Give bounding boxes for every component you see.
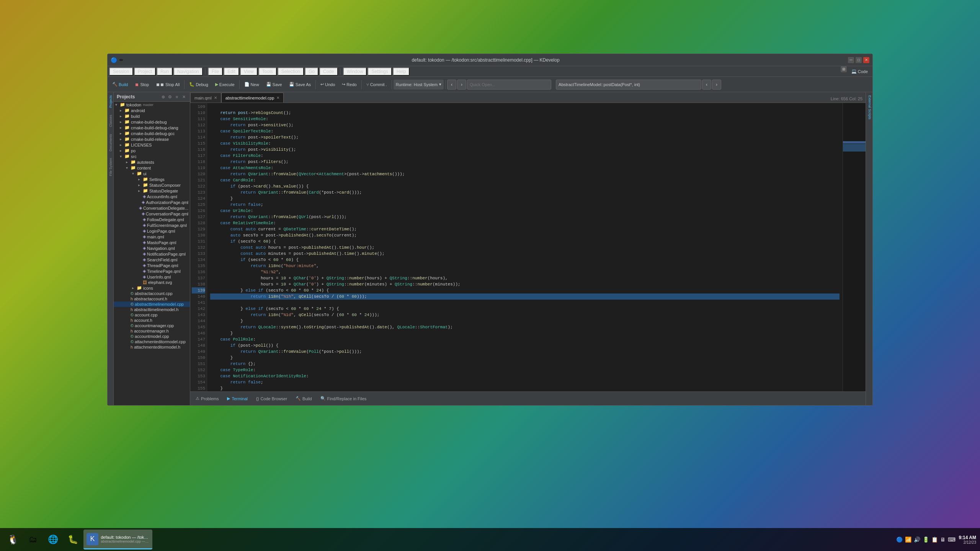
tray-volume-icon[interactable]: 🔊	[914, 536, 920, 543]
panel-settings-btn[interactable]: ⚙	[167, 94, 173, 100]
menu-edit[interactable]: Edit	[224, 67, 239, 76]
undo-button[interactable]: ↩ Undo	[317, 79, 338, 90]
tree-item-attachmenteditor-cpp[interactable]: © attachmenteditormodel.cpp	[114, 339, 190, 344]
tree-item-settings[interactable]: ▸ 📁 Settings	[114, 176, 190, 182]
tree-item-accountmanager-h[interactable]: h accountmanager.h	[114, 328, 190, 334]
build-button[interactable]: 🔨 Build	[109, 79, 131, 90]
menu-go[interactable]: Go	[305, 67, 318, 76]
breadcrumb-input[interactable]	[556, 80, 701, 90]
tree-item-account-h[interactable]: h account.h	[114, 318, 190, 323]
panel-filter-btn[interactable]: ⊕	[160, 94, 166, 100]
menu-settings[interactable]: Settings	[368, 67, 392, 76]
back-button[interactable]: ‹	[447, 80, 456, 90]
minimap-viewport[interactable]	[843, 141, 866, 143]
tab-close-abstracttimeline[interactable]: ✕	[276, 96, 279, 100]
tree-item-accountmanager-cpp[interactable]: © accountmanager.cpp	[114, 323, 190, 328]
tab-documents[interactable]: Documents	[108, 131, 113, 155]
breadcrumb-back[interactable]: ‹	[702, 80, 711, 90]
taskbar-files-icon[interactable]: 🗂	[24, 530, 42, 549]
save-button[interactable]: 💾 Save	[263, 79, 285, 90]
tree-item-accountinfo[interactable]: ◈ AccountInfo.qml	[114, 194, 190, 199]
tree-item-notificationpage[interactable]: ◈ NotificationPage.qml	[114, 251, 190, 257]
menu-tools[interactable]: Tools	[258, 67, 277, 76]
tree-item-abstracttimeline-h[interactable]: h abstracttimelinemodel.h	[114, 307, 190, 312]
bottom-tab-terminal[interactable]: ▶ Terminal	[223, 395, 252, 403]
grid-view-button[interactable]: ⊞	[841, 66, 847, 72]
tree-item-icons[interactable]: ▸ 📁 icons	[114, 285, 190, 291]
menu-run[interactable]: Run	[157, 67, 173, 76]
tree-item-abstractaccount-h[interactable]: h abstractaccount.h	[114, 296, 190, 302]
tree-item-navigation[interactable]: ◈ Navigation.qml	[114, 245, 190, 251]
menu-code[interactable]: Code	[319, 67, 338, 76]
tree-item-cmake-debug-gcc[interactable]: ▸ 📁 cmake-build-debug-gcc	[114, 130, 190, 136]
tree-item-build[interactable]: ▸ 📁 build	[114, 113, 190, 119]
taskbar-browser-icon[interactable]: 🌐	[44, 530, 62, 549]
tree-item-licenses[interactable]: ▸ 📁 LICENSES	[114, 142, 190, 148]
tree-item-mainkml[interactable]: ◈ main.qml	[114, 234, 190, 240]
tree-item-cmake-debug-clang[interactable]: ▸ 📁 cmake-build-debug-clang	[114, 125, 190, 130]
taskbar-kdev-launcher-icon[interactable]: 🐛	[64, 530, 82, 549]
tree-item-elephant[interactable]: 🖼 elephant.svg	[114, 280, 190, 285]
close-button[interactable]: ✕	[863, 57, 869, 63]
quick-open-input[interactable]	[467, 80, 551, 90]
tree-item-statuscomposer[interactable]: ▸ 📁 StatusComposer	[114, 182, 190, 188]
tree-item-loginpage[interactable]: ◈ LoginPage.qml	[114, 228, 190, 234]
tree-item-content[interactable]: ▾ 📁 content	[114, 165, 190, 171]
new-button[interactable]: 📄 New	[241, 79, 262, 90]
stop-all-button[interactable]: ⏹⏹ Stop All	[153, 79, 183, 90]
tab-close-main[interactable]: ✕	[214, 96, 217, 100]
tree-item-userinfo[interactable]: ◈ UserInfo.qml	[114, 274, 190, 280]
maximize-button[interactable]: □	[856, 57, 862, 63]
menu-window[interactable]: Window	[343, 67, 367, 76]
menu-session[interactable]: Session	[109, 67, 133, 76]
tray-display-icon[interactable]: 🖥	[940, 536, 946, 543]
tray-keyboard-icon[interactable]: ⌨	[948, 536, 956, 543]
tree-item-ui[interactable]: ▾ 📁 ui	[114, 171, 190, 176]
tree-item-cmake-debug[interactable]: ▸ 📁 cmake-build-debug	[114, 119, 190, 125]
save-as-button[interactable]: 💾 Save As	[286, 79, 314, 90]
tray-network-icon[interactable]: 🔵	[896, 536, 903, 543]
menu-view[interactable]: View	[240, 67, 258, 76]
bottom-tab-problems[interactable]: ⚠ Problems	[192, 395, 222, 403]
runtime-selector[interactable]: Runtime: Host System ▾	[394, 80, 444, 90]
code-mode-button[interactable]: 💻 Code	[848, 66, 871, 77]
panel-close-btn[interactable]: ✕	[181, 94, 187, 100]
tray-battery-icon[interactable]: 🔋	[923, 536, 929, 543]
breadcrumb-forward[interactable]: ›	[712, 80, 721, 90]
tree-item-accountmodel-cpp[interactable]: © accountmodel.cpp	[114, 334, 190, 339]
tree-item-timelinepage[interactable]: ◈ TimelinePage.qml	[114, 268, 190, 274]
code-editor[interactable]: 109110111112113 114115116117118 11912012…	[190, 103, 866, 391]
right-tab-external[interactable]: External Scripts	[866, 92, 872, 122]
redo-button[interactable]: ↪ Redo	[339, 79, 359, 90]
tree-item-convdelegate[interactable]: ◈ ConversationDelegate...	[114, 205, 190, 211]
tree-item-autotests[interactable]: ▸ 📁 autotests	[114, 159, 190, 165]
menu-navigation[interactable]: Navigation	[173, 67, 203, 76]
forward-button[interactable]: ›	[457, 80, 466, 90]
menu-project[interactable]: Project	[134, 67, 156, 76]
tab-mainkml[interactable]: main.qml ✕	[190, 93, 221, 103]
bottom-tab-build[interactable]: 🔨 Build	[292, 395, 315, 403]
tree-item-abstracttimeline-cpp[interactable]: © abstracttimelinemodel.cpp	[114, 302, 190, 307]
tree-item-statusdelegate[interactable]: ▸ 📁 StatusDelegate	[114, 188, 190, 194]
tree-item-android[interactable]: ▸ 📁 android	[114, 108, 190, 113]
commit-button[interactable]: ⑂ Commit .	[363, 79, 390, 90]
tree-item-convpage[interactable]: ◈ ConversationPage.qml	[114, 211, 190, 217]
tab-abstracttimeline[interactable]: abstracttimelinemodel.cpp ✕	[221, 93, 284, 103]
taskbar-kdevelop-item[interactable]: K default: tokodon — /tokodon:src/... ab…	[83, 530, 152, 549]
bottom-tab-codebrowser[interactable]: {} Code Browser	[252, 395, 291, 403]
bottom-tab-findreplace[interactable]: 🔍 Find/Replace in Files	[317, 395, 371, 403]
debug-button[interactable]: 🐛 Debug	[186, 79, 211, 90]
tree-item-mastopage[interactable]: ◈ MastoPage.qml	[114, 240, 190, 245]
tab-filesystem[interactable]: File System	[108, 155, 113, 179]
stop-button[interactable]: ⏹ Stop	[132, 79, 152, 90]
tree-item-searchfield[interactable]: ◈ SearchField.qml	[114, 257, 190, 262]
tree-item-abstractaccount-cpp[interactable]: © abstractaccount.cpp	[114, 291, 190, 296]
tree-item-cmake-release[interactable]: ▸ 📁 cmake-build-release	[114, 136, 190, 142]
tab-projects[interactable]: Projects	[108, 92, 113, 111]
menu-selection[interactable]: Selection	[278, 67, 304, 76]
menu-file[interactable]: File	[208, 67, 223, 76]
tree-item-followdelegate[interactable]: ◈ FollowDelegate.qml	[114, 217, 190, 222]
tab-classes[interactable]: Classes	[108, 112, 113, 130]
tray-clipboard-icon[interactable]: 📋	[931, 536, 938, 543]
start-button[interactable]: 🐧	[4, 530, 22, 549]
